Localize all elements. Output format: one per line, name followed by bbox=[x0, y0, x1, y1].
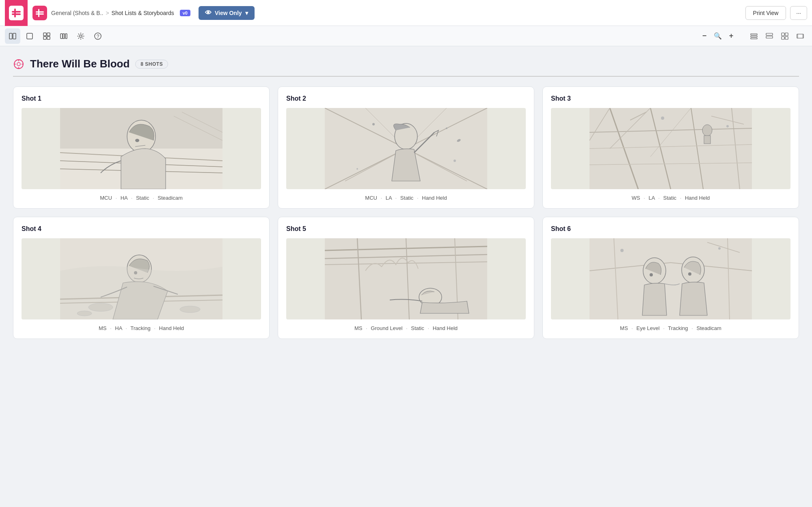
chevron-down-icon: ▾ bbox=[245, 10, 248, 16]
shot-5-tags: MS · Ground Level · Static · Hand Held bbox=[286, 325, 526, 331]
svg-rect-22 bbox=[766, 33, 773, 35]
svg-point-57 bbox=[372, 123, 375, 125]
view-only-button[interactable]: 👁 View Only ▾ bbox=[199, 6, 255, 20]
help-button[interactable]: ? bbox=[90, 28, 106, 44]
breadcrumb-separator: > bbox=[106, 10, 109, 16]
shot-1-tags: MCU · HA · Static · Steadicam bbox=[22, 195, 261, 201]
toolbar: ? − 🔍 + bbox=[0, 26, 812, 46]
svg-rect-10 bbox=[47, 33, 50, 36]
list-view-mode-button[interactable] bbox=[747, 29, 761, 43]
scene-title: There Will Be Blood bbox=[30, 58, 130, 70]
film-view-mode-button[interactable] bbox=[793, 29, 807, 43]
zoom-out-button[interactable]: − bbox=[697, 28, 712, 44]
row-view-mode-button[interactable] bbox=[762, 29, 776, 43]
shot-card-1[interactable]: Shot 1 bbox=[13, 86, 270, 209]
shot-6-label: Shot 6 bbox=[551, 225, 790, 233]
shots-count-badge: 8 SHOTS bbox=[135, 60, 168, 69]
app-logo bbox=[5, 0, 28, 26]
svg-rect-8 bbox=[27, 33, 32, 39]
eye-icon: 👁 bbox=[205, 9, 212, 17]
svg-text:?: ? bbox=[97, 34, 99, 39]
version-badge: v0 bbox=[180, 10, 190, 16]
zoom-controls: − 🔍 + bbox=[697, 28, 739, 44]
svg-rect-21 bbox=[751, 38, 757, 39]
svg-point-101 bbox=[718, 247, 721, 250]
single-view-button[interactable] bbox=[22, 28, 37, 44]
view-only-label: View Only bbox=[215, 10, 242, 16]
svg-rect-20 bbox=[751, 36, 757, 37]
shot-5-label: Shot 5 bbox=[286, 225, 526, 233]
svg-point-59 bbox=[454, 160, 456, 162]
svg-rect-6 bbox=[9, 33, 12, 39]
shot-6-image bbox=[551, 238, 790, 319]
columns-view-button[interactable] bbox=[56, 28, 71, 44]
shot-4-label: Shot 4 bbox=[22, 225, 261, 233]
header: General (Shots & B.. > Shot Lists & Stor… bbox=[0, 0, 812, 26]
tile-view-mode-button[interactable] bbox=[778, 29, 792, 43]
breadcrumb-parent[interactable]: General (Shots & B.. bbox=[51, 10, 103, 16]
svg-point-16 bbox=[80, 35, 82, 37]
scene-icon bbox=[13, 58, 24, 70]
zoom-icon: 🔍 bbox=[714, 32, 722, 40]
svg-rect-0 bbox=[12, 11, 21, 13]
header-actions: Print View ··· bbox=[745, 6, 807, 20]
svg-rect-27 bbox=[785, 37, 788, 39]
shot-card-3[interactable]: Shot 3 bbox=[542, 86, 799, 209]
shot-2-image bbox=[286, 108, 526, 189]
svg-rect-12 bbox=[47, 37, 50, 39]
svg-rect-3 bbox=[36, 11, 44, 13]
shot-3-label: Shot 3 bbox=[551, 95, 790, 102]
zoom-in-button[interactable]: + bbox=[723, 28, 739, 44]
shot-card-5[interactable]: Shot 5 bbox=[278, 217, 534, 339]
svg-point-45 bbox=[135, 139, 139, 142]
svg-point-60 bbox=[356, 168, 358, 170]
svg-rect-25 bbox=[785, 33, 788, 36]
svg-point-100 bbox=[620, 249, 624, 252]
app-logo-icon bbox=[9, 6, 24, 20]
svg-rect-74 bbox=[704, 136, 710, 144]
shot-card-4[interactable]: Shot 4 bbox=[13, 217, 270, 339]
svg-point-58 bbox=[446, 127, 447, 129]
svg-rect-2 bbox=[14, 9, 16, 17]
more-options-button[interactable]: ··· bbox=[790, 6, 807, 20]
svg-point-105 bbox=[650, 273, 653, 276]
svg-point-78 bbox=[726, 125, 729, 127]
svg-rect-15 bbox=[65, 34, 67, 39]
svg-rect-19 bbox=[751, 34, 757, 35]
svg-point-106 bbox=[688, 272, 691, 276]
scene-header: There Will Be Blood 8 SHOTS bbox=[13, 58, 799, 70]
shot-3-image bbox=[551, 108, 790, 189]
svg-rect-23 bbox=[766, 36, 773, 38]
svg-rect-24 bbox=[782, 33, 784, 36]
shot-4-image bbox=[22, 238, 261, 319]
print-view-button[interactable]: Print View bbox=[745, 6, 786, 20]
svg-point-77 bbox=[661, 117, 664, 120]
shot-5-image bbox=[286, 238, 526, 319]
grid-view-button[interactable] bbox=[39, 28, 54, 44]
svg-rect-7 bbox=[13, 33, 16, 39]
svg-rect-4 bbox=[36, 13, 44, 15]
svg-point-32 bbox=[17, 63, 20, 66]
nav-logo bbox=[32, 6, 47, 20]
svg-rect-13 bbox=[60, 34, 63, 39]
shot-card-6[interactable]: Shot 6 bbox=[542, 217, 799, 339]
shot-card-2[interactable]: Shot 2 bbox=[278, 86, 534, 209]
sidebar-toggle-button[interactable] bbox=[5, 28, 20, 44]
shot-2-tags: MCU · LA · Static · Hand Held bbox=[286, 195, 526, 201]
shots-grid: Shot 1 bbox=[13, 86, 799, 339]
settings-button[interactable] bbox=[73, 28, 89, 44]
svg-rect-26 bbox=[782, 37, 784, 39]
shot-4-tags: MS · HA · Tracking · Hand Held bbox=[22, 325, 261, 331]
svg-rect-11 bbox=[43, 37, 46, 39]
shot-6-tags: MS · Eye Level · Tracking · Steadicam bbox=[551, 325, 790, 331]
svg-point-73 bbox=[702, 125, 712, 136]
breadcrumb: General (Shots & B.. > Shot Lists & Stor… bbox=[51, 10, 190, 16]
toolbar-right: − 🔍 + bbox=[697, 28, 807, 44]
svg-rect-1 bbox=[12, 13, 21, 15]
shot-3-tags: WS · LA · Static · Hand Held bbox=[551, 195, 790, 201]
svg-rect-29 bbox=[797, 34, 798, 38]
toolbar-tools: ? bbox=[5, 28, 106, 44]
plus-icon: + bbox=[729, 32, 734, 40]
scene-divider bbox=[13, 76, 799, 77]
svg-rect-9 bbox=[43, 33, 46, 36]
